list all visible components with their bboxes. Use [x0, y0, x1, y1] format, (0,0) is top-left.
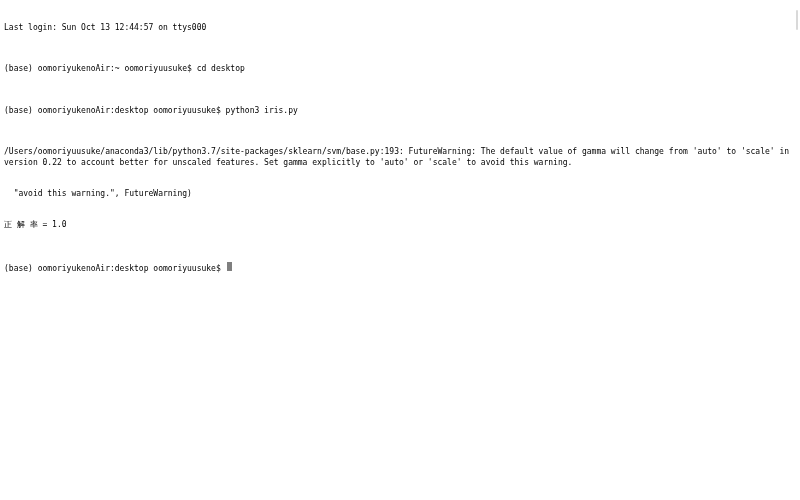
shell-prompt: (base) oomoriyukenoAir:desktop oomoriyuu…: [4, 106, 226, 116]
typed-command: cd desktop: [197, 64, 245, 74]
terminal-window[interactable]: Last login: Sun Oct 13 12:44:57 on ttys0…: [0, 0, 800, 500]
result-output-line: 正 解 率 = 1.0: [4, 220, 796, 230]
shell-prompt: (base) oomoriyukenoAir:desktop oomoriyuu…: [4, 264, 226, 274]
cursor-block-icon: [227, 262, 232, 271]
login-info-line: Last login: Sun Oct 13 12:44:57 on ttys0…: [4, 23, 796, 33]
warning-output-line: "avoid this warning.", FutureWarning): [4, 189, 796, 199]
prompt-line-1: (base) oomoriyukenoAir:~ oomoriyuusuke$ …: [4, 64, 796, 74]
prompt-line-2: (base) oomoriyukenoAir:desktop oomoriyuu…: [4, 106, 796, 116]
current-prompt-line[interactable]: (base) oomoriyukenoAir:desktop oomoriyuu…: [4, 262, 796, 274]
shell-prompt: (base) oomoriyukenoAir:~ oomoriyuusuke$: [4, 64, 197, 74]
warning-output-line: /Users/oomoriyuusuke/anaconda3/lib/pytho…: [4, 147, 796, 168]
scrollbar-thumb[interactable]: [796, 10, 798, 30]
typed-command: python3 iris.py: [226, 106, 298, 116]
